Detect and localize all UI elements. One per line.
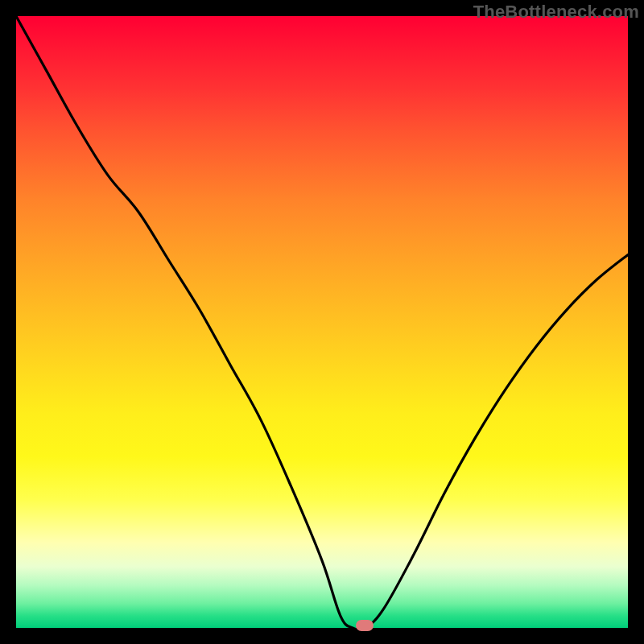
optimal-point-marker xyxy=(356,620,374,631)
attribution-text: TheBottleneck.com xyxy=(473,2,639,23)
chart-frame: TheBottleneck.com xyxy=(0,0,644,644)
bottleneck-curve xyxy=(16,16,628,628)
plot-area xyxy=(16,16,628,628)
